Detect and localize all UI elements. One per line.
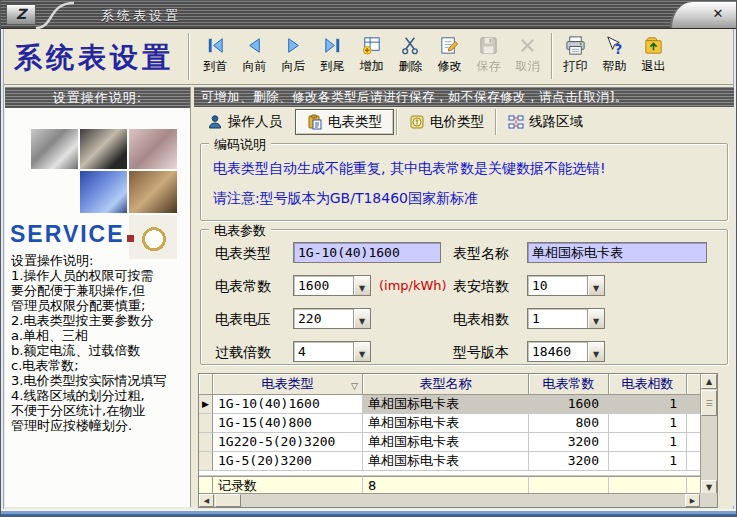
horizontal-scrollbar[interactable]: ◀ ▶ — [199, 493, 700, 507]
toolbar-button-add[interactable]: 增加 — [352, 31, 391, 83]
tab-bar: 操作人员 电表类型 电价类型 线路区域 — [196, 109, 594, 135]
toolbar-button-next[interactable]: 向后 — [274, 31, 313, 83]
cell-phase[interactable]: 1 — [609, 395, 687, 414]
vertical-scrollbar[interactable]: ▲ ▼ — [700, 374, 717, 495]
selector-column-header — [199, 374, 213, 395]
toolbar-button-prev[interactable]: 向前 — [235, 31, 274, 83]
row-selector-cell[interactable] — [199, 433, 213, 452]
cell-meter-constant[interactable]: 3200 — [529, 452, 609, 471]
tab-operators[interactable]: 操作人员 — [196, 109, 293, 135]
collage-tile-cutters — [129, 129, 177, 169]
row-selector-cell[interactable] — [199, 452, 213, 471]
scissors-icon — [399, 34, 422, 57]
cell-model-name[interactable]: 单相国标电卡表 — [363, 452, 529, 471]
ampere-combobox[interactable]: 10 — [527, 275, 605, 296]
toolbar-button-first[interactable]: 到首 — [196, 31, 235, 83]
scroll-thumb[interactable] — [701, 390, 717, 416]
toolbar-button-exit[interactable]: 退出 — [634, 31, 673, 83]
tab-label: 线路区域 — [529, 113, 583, 131]
svg-text:?: ? — [615, 42, 623, 57]
collage-tile-keyboard — [80, 171, 127, 213]
chevron-down-icon[interactable] — [587, 309, 604, 328]
sidebar-header: 设置操作说明: — [5, 87, 190, 108]
edit-page-icon — [438, 34, 461, 57]
cell-meter-type[interactable]: 1G-5(20)3200 — [213, 452, 363, 471]
cell-meter-constant[interactable]: 3200 — [529, 433, 609, 452]
save-floppy-icon — [477, 34, 500, 57]
cancel-x-icon — [516, 34, 539, 57]
next-icon — [282, 34, 305, 57]
cell-meter-type[interactable]: 1G220-5(20)3200 — [213, 433, 363, 452]
price-type-icon — [409, 114, 425, 130]
chevron-down-icon[interactable] — [587, 276, 604, 295]
cell-meter-type[interactable]: 1G-10(40)1600 — [213, 395, 363, 414]
column-header-label: 电表类型 — [262, 376, 314, 391]
header-separator — [188, 33, 189, 80]
toolbar-button-print[interactable]: 打印 — [556, 31, 595, 83]
goto-first-icon — [204, 34, 227, 57]
phase-combobox[interactable]: 1 — [527, 308, 605, 329]
cell-meter-type[interactable]: 1G-15(40)800 — [213, 414, 363, 433]
row-selector-cell[interactable] — [199, 414, 213, 433]
close-button[interactable]: ✕ — [708, 5, 728, 23]
voltage-value: 220 — [294, 309, 353, 328]
scroll-left-button[interactable]: ◀ — [199, 494, 214, 507]
cell-model-name[interactable]: 单相国标电卡表 — [363, 414, 529, 433]
phase-label: 电表相数 — [453, 311, 509, 329]
toolbar-label: 到首 — [204, 58, 228, 75]
encoding-line-1: 电表类型自动生成不能重复, 其中电表常数是关键数据不能选错! — [213, 160, 606, 178]
tab-price-type[interactable]: 电价类型 — [397, 109, 495, 135]
scroll-right-button[interactable]: ▶ — [685, 494, 700, 507]
printer-icon — [564, 34, 587, 57]
chevron-down-icon[interactable] — [353, 276, 370, 295]
chevron-down-icon[interactable] — [353, 342, 370, 361]
overload-value: 4 — [294, 342, 353, 361]
overload-label: 过载倍数 — [215, 344, 271, 362]
titlebar[interactable]: Z 系统表设置 ✕ — [1, 1, 736, 29]
window: Z 系统表设置 ✕ 系统表设置 到首 向前 向后 — [0, 0, 737, 517]
model-name-input[interactable] — [527, 242, 707, 263]
goto-last-icon — [321, 34, 344, 57]
cell-phase[interactable]: 1 — [609, 433, 687, 452]
model-version-combobox[interactable]: 18460 — [527, 341, 605, 362]
scroll-up-button[interactable]: ▲ — [701, 374, 717, 389]
voltage-combobox[interactable]: 220 — [293, 308, 371, 329]
meter-table: 电表类型 ▽ 表型名称 电表常数 电表相数 ▶ 1G-10(40)1600 单相… — [198, 373, 718, 508]
model-version-value: 18460 — [528, 342, 587, 361]
meter-constant-combobox[interactable]: 1600 — [293, 275, 371, 296]
encoding-groupbox-legend: 编码说明 — [209, 136, 271, 154]
overload-combobox[interactable]: 4 — [293, 341, 371, 362]
tab-meter-type[interactable]: 电表类型 — [295, 109, 394, 135]
toolbar-label: 删除 — [399, 58, 423, 75]
exit-folder-icon — [642, 34, 665, 57]
toolbar-button-modify[interactable]: 修改 — [430, 31, 469, 83]
close-icon: ✕ — [713, 6, 724, 21]
cell-model-name[interactable]: 单相国标电卡表 — [363, 433, 529, 452]
cell-meter-constant[interactable]: 800 — [529, 414, 609, 433]
cell-meter-constant[interactable]: 1600 — [529, 395, 609, 414]
cell-phase[interactable]: 1 — [609, 452, 687, 471]
meter-type-input[interactable] — [293, 242, 441, 263]
column-header-phase[interactable]: 电表相数 — [609, 374, 687, 395]
toolbar-button-cancel: 取消 — [508, 31, 547, 83]
chevron-down-icon[interactable] — [587, 342, 604, 361]
column-header-meter-type[interactable]: 电表类型 ▽ — [213, 374, 363, 395]
window-title: 系统表设置 — [101, 7, 181, 25]
params-groupbox-legend: 电表参数 — [209, 222, 271, 240]
meter-table-grid: 电表类型 ▽ 表型名称 电表常数 电表相数 ▶ 1G-10(40)1600 单相… — [199, 374, 701, 495]
meter-constant-value: 1600 — [294, 276, 353, 295]
toolbar-label: 打印 — [564, 58, 588, 75]
cell-phase[interactable]: 1 — [609, 414, 687, 433]
add-record-icon — [360, 34, 383, 57]
toolbar-button-help[interactable]: ? 帮助 — [595, 31, 634, 83]
chevron-down-icon[interactable] — [353, 309, 370, 328]
column-header-meter-constant[interactable]: 电表常数 — [529, 374, 609, 395]
column-header-model-name[interactable]: 表型名称 — [363, 374, 529, 395]
toolbar: 到首 向前 向后 到尾 增加 删除 — [196, 31, 673, 83]
toolbar-button-delete[interactable]: 删除 — [391, 31, 430, 83]
toolbar-button-last[interactable]: 到尾 — [313, 31, 352, 83]
h-scroll-thumb[interactable] — [215, 494, 241, 507]
tab-line-region[interactable]: 线路区域 — [496, 109, 594, 135]
cell-model-name[interactable]: 单相国标电卡表 — [363, 395, 529, 414]
params-groupbox: 电表参数 电表类型 表型名称 电表常数 1600 (imp/kWh) 表安培数 … — [200, 229, 728, 365]
